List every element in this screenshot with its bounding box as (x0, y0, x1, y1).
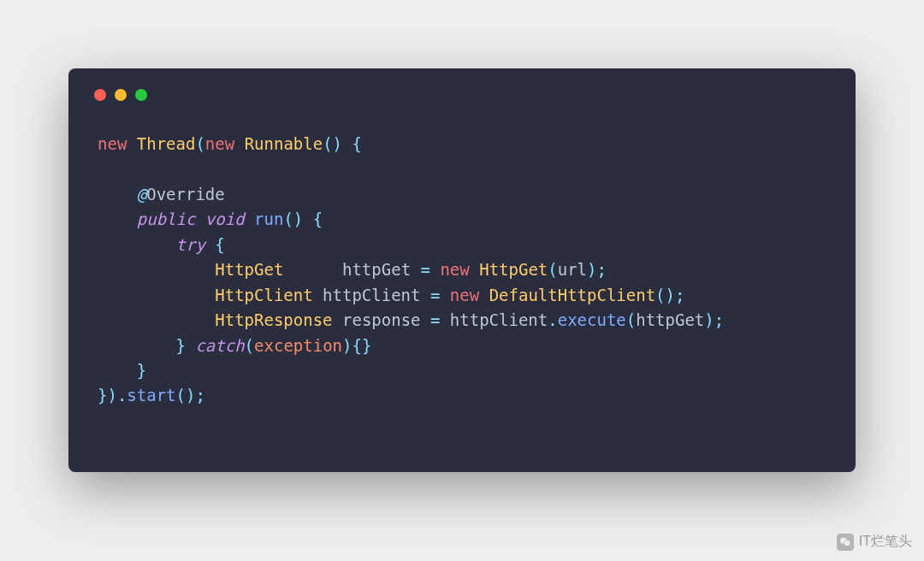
code-token: = (430, 286, 440, 304)
code-token: ( (245, 336, 254, 355)
code-token (98, 310, 215, 329)
code-token: new (440, 260, 479, 279)
code-token: httpClient (313, 286, 430, 304)
code-token (440, 286, 449, 304)
code-token: ); (704, 310, 724, 329)
code-token: httpGet (283, 260, 420, 279)
code-token: = (430, 310, 440, 329)
code-token (98, 260, 215, 279)
code-token: httpClient (440, 310, 548, 329)
code-block: new Thread(new Runnable() { @Override pu… (98, 132, 826, 409)
code-token: new (98, 134, 137, 153)
wechat-icon (837, 534, 854, 551)
code-token: @ (137, 185, 146, 204)
code-token: response (333, 310, 430, 329)
code-token: start (127, 386, 175, 405)
zoom-icon (135, 89, 147, 101)
code-token: run (254, 210, 283, 228)
code-token: HttpResponse (215, 310, 332, 329)
code-token (98, 361, 137, 380)
code-token (98, 235, 176, 254)
code-token: httpGet (636, 310, 704, 329)
code-card: new Thread(new Runnable() { @Override pu… (68, 68, 856, 472)
code-token: }). (98, 386, 127, 405)
code-token: Override (146, 185, 225, 204)
minimize-icon (115, 89, 127, 101)
code-token: (); (655, 286, 684, 304)
close-icon (94, 89, 106, 101)
code-token: HttpGet (479, 260, 548, 279)
code-token: ); (587, 260, 607, 279)
code-token: execute (558, 310, 626, 329)
code-token: = (421, 260, 430, 279)
code-token: ( (548, 260, 557, 279)
code-token: ( (195, 134, 204, 153)
code-token (98, 210, 137, 228)
code-token: () { (283, 210, 323, 228)
code-token: { (215, 235, 224, 254)
code-token: catch (195, 336, 244, 355)
code-token: . (548, 310, 557, 329)
code-token (98, 185, 137, 204)
code-token: HttpGet (215, 260, 283, 279)
code-token: ( (626, 310, 636, 329)
code-token: public (137, 210, 205, 228)
code-token: Runnable (245, 134, 323, 153)
code-token (430, 260, 440, 279)
code-token (98, 336, 176, 355)
code-token: try (176, 235, 216, 254)
code-token (98, 286, 215, 304)
watermark: IT烂笔头 (837, 533, 912, 551)
window-traffic-lights (94, 89, 826, 101)
code-token: (); (176, 386, 205, 405)
code-token: ){} (342, 336, 371, 355)
code-token: Thread (137, 134, 196, 153)
code-token: new (205, 134, 245, 153)
code-token: exception (254, 336, 342, 355)
code-token: DefaultHttpClient (489, 286, 655, 304)
code-token: } (137, 361, 146, 380)
watermark-text: IT烂笔头 (859, 533, 912, 551)
code-token: } (176, 336, 196, 355)
code-token: void (205, 210, 254, 228)
code-token: new (450, 286, 489, 304)
code-token: HttpClient (215, 286, 312, 304)
code-token: () { (323, 134, 362, 153)
code-token: url (558, 260, 587, 279)
